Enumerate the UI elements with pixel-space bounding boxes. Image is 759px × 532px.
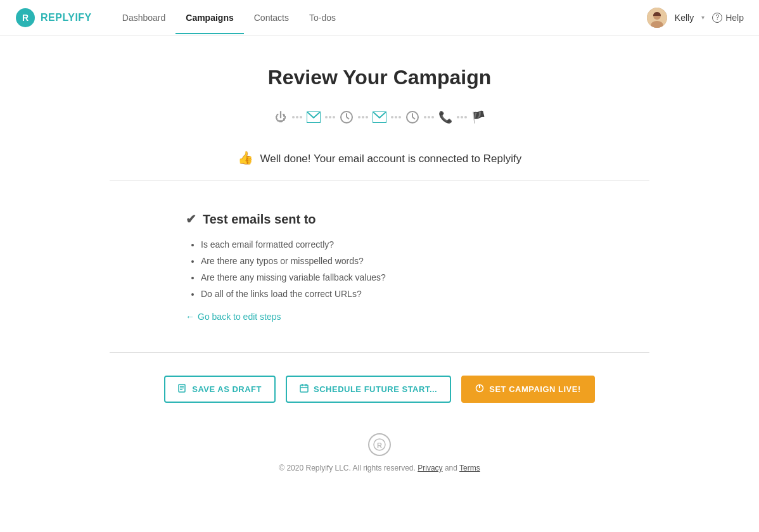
logo-icon: R xyxy=(15,8,35,28)
step-connector-4 xyxy=(391,116,401,118)
checklist: Is each email formatted correctly? Are t… xyxy=(186,239,649,299)
footer-and: and xyxy=(445,464,457,472)
step-connector-5 xyxy=(424,116,434,118)
step-2-icon xyxy=(303,107,324,127)
footer-logo: R xyxy=(110,433,649,456)
main-content: Review Your Campaign ⏻ xyxy=(94,35,665,503)
privacy-link[interactable]: Privacy xyxy=(418,464,442,472)
set-campaign-live-button[interactable]: SET CAMPAIGN LIVE! xyxy=(461,376,595,403)
svg-line-8 xyxy=(347,117,349,119)
navbar: R REPLYIFY Dashboard Campaigns Contacts … xyxy=(0,0,759,35)
action-buttons: SAVE AS DRAFT SCHEDULE FUTURE START... S… xyxy=(110,376,649,403)
nav-links: Dashboard Campaigns Contacts To-dos xyxy=(112,1,647,34)
checklist-item-2: Are there any typos or misspelled words? xyxy=(201,256,649,266)
checklist-item-4: Do all of the links load the correct URL… xyxy=(201,289,649,299)
thumbs-up-icon: 👍 xyxy=(238,151,253,165)
power-icon xyxy=(475,384,484,395)
avatar xyxy=(647,8,667,28)
dropdown-arrow-icon[interactable]: ▾ xyxy=(701,14,705,21)
step-4-icon xyxy=(369,107,390,127)
calendar-icon xyxy=(300,384,309,395)
nav-dashboard[interactable]: Dashboard xyxy=(112,1,176,34)
help-button[interactable]: ? Help xyxy=(712,13,744,23)
divider-1 xyxy=(110,180,649,181)
draft-icon xyxy=(178,384,187,395)
step-5-icon xyxy=(402,107,423,127)
page-title: Review Your Campaign xyxy=(110,66,649,89)
terms-link[interactable]: Terms xyxy=(459,464,480,472)
checkmark-icon: ✔ xyxy=(186,212,196,227)
checklist-item-3: Are there any missing variable fallback … xyxy=(201,272,649,282)
user-name: Kelly xyxy=(675,13,694,23)
nav-right: Kelly ▾ ? Help xyxy=(647,8,744,28)
step-1-icon: ⏻ xyxy=(271,107,291,127)
well-done-message: 👍 Well done! Your email account is conne… xyxy=(110,150,649,165)
divider-2 xyxy=(110,352,649,353)
step-3-icon xyxy=(336,107,357,127)
checklist-item-1: Is each email formatted correctly? xyxy=(201,239,649,250)
nav-campaigns[interactable]: Campaigns xyxy=(175,1,243,34)
logo[interactable]: R REPLYIFY xyxy=(15,8,92,28)
svg-text:R: R xyxy=(377,441,382,449)
svg-text:R: R xyxy=(22,13,29,23)
test-emails-section: ✔ Test emails sent to Is each email form… xyxy=(110,196,649,342)
step-connector-2 xyxy=(325,116,335,118)
steps-progress: ⏻ 📞 xyxy=(110,107,649,127)
step-6-icon: 📞 xyxy=(435,107,456,127)
schedule-future-start-button[interactable]: SCHEDULE FUTURE START... xyxy=(286,376,451,403)
footer-copyright: © 2020 Replyify LLC. All rights reserved… xyxy=(110,464,649,472)
step-connector-3 xyxy=(358,116,368,118)
brand-name: REPLYIFY xyxy=(41,12,92,23)
svg-line-12 xyxy=(412,117,415,119)
help-icon: ? xyxy=(712,13,722,23)
section-title: ✔ Test emails sent to xyxy=(186,212,649,227)
step-7-icon: 🏴 xyxy=(468,107,488,127)
nav-todos[interactable]: To-dos xyxy=(299,1,346,34)
step-connector-6 xyxy=(457,116,467,118)
footer: R © 2020 Replyify LLC. All rights reserv… xyxy=(110,433,649,472)
step-connector-1 xyxy=(292,116,302,118)
svg-rect-17 xyxy=(300,385,308,392)
save-as-draft-button[interactable]: SAVE AS DRAFT xyxy=(164,376,276,403)
back-to-edit-link[interactable]: ← Go back to edit steps xyxy=(186,312,281,322)
nav-contacts[interactable]: Contacts xyxy=(244,1,299,34)
back-arrow-icon: ← xyxy=(186,312,195,322)
help-label: Help xyxy=(725,13,744,23)
footer-logo-icon: R xyxy=(368,433,391,456)
